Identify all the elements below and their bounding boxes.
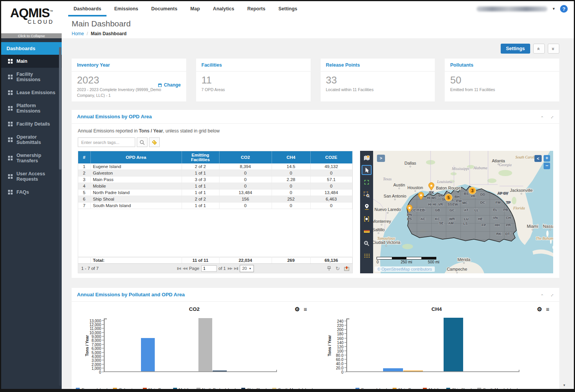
svg-text:5: 5 [447,195,450,200]
pin-grid-button[interactable] [327,266,331,271]
first-page-icon[interactable]: ▮◀ [177,266,181,270]
grid-layer-button[interactable] [362,251,372,261]
tab-dashboards[interactable]: Dashboards [67,1,108,16]
legend-item-main-pass[interactable]: Main Pass [393,387,417,389]
sidebar-item-facility-emissions[interactable]: Facility Emissions [1,68,62,86]
help-button[interactable]: ? [560,5,568,13]
basemap-button[interactable] [362,153,372,163]
next-page-icon[interactable]: ▶▶ [228,266,232,270]
map-zoom-in-button[interactable]: + [544,155,550,162]
table-row-main-pass[interactable]: 3Main Pass3 of 302.2857.1 [78,176,352,183]
locate-button[interactable] [362,202,372,212]
legend-item-south-marsh-island[interactable]: South Marsh Island [272,387,313,389]
map-search-button[interactable] [362,238,372,248]
sidebar-item-platform-emissions[interactable]: Platform Emissions [1,99,62,118]
y-tick-label: 240 [337,319,344,323]
search-input[interactable] [78,137,135,147]
bar-eugene-island[interactable] [383,368,403,371]
map-canvas[interactable]: SXHIWCVRSMSSBHEWMCBSVKDDAPGVBAGAHIHIVRSS… [373,151,553,273]
change-inventory-link[interactable]: Change [158,82,181,88]
sidebar-collapse-button[interactable]: Click to Collapse [1,33,62,38]
column-header-emitting-facilities[interactable]: Emitting Facilities [182,151,219,163]
tag-filter-button[interactable] [149,137,160,147]
bar-main-pass[interactable] [403,371,423,371]
select-area-button[interactable] [362,214,372,224]
legend-item-mobile[interactable]: Mobile [423,387,441,389]
sidebar-item-faqs[interactable]: FAQs [1,186,62,199]
page-size-select[interactable]: 20▼ [240,265,254,272]
sidebar-item-facility-details[interactable]: Facility Details [1,118,62,131]
legend-item-ship-shoal[interactable]: Ship Shoal [241,387,267,389]
legend-item-south-marsh-island[interactable]: South Marsh Island [477,387,518,389]
column-header-ch4[interactable]: CH4 [272,151,310,163]
table-row-eugene-island[interactable]: 1Eugene Island2 of 28,39414.549,132 [78,163,352,170]
refresh-grid-button[interactable]: ↻ [336,266,340,271]
bar-eugene-island[interactable] [141,338,155,371]
settings-button[interactable]: Settings [501,44,530,54]
map-attribution[interactable]: © OpenStreetMap contributors [375,266,435,272]
panel2-header: Annual Emissions by Pollutant and OPD Ar… [72,288,559,302]
tab-reports[interactable]: Reports [241,1,272,16]
bar-north-padre-island[interactable] [198,318,212,372]
box-zoom-button[interactable] [362,189,372,199]
table-row-galveston[interactable]: 2Galveston1 of 1000 [78,170,352,176]
tab-settings[interactable]: Settings [272,1,304,16]
legend-item-mobile[interactable]: Mobile [173,387,191,389]
table-header-row[interactable]: #OPD AreaEmitting FacilitiesCO2CH4CO2E [78,151,352,163]
scroll-down-icon[interactable]: ▼ [563,384,566,387]
expand-all-button[interactable]: » [548,44,559,54]
legend-item-galveston[interactable]: Galveston [113,387,137,389]
breadcrumb-home-link[interactable]: Home [72,31,84,36]
sidebar-item-ownership-transfers[interactable]: Ownership Transfers [1,149,62,167]
panel2-expand-icon[interactable]: ↔ [548,291,555,298]
page-number-input[interactable] [201,265,216,272]
map-back-button[interactable]: < [534,155,542,162]
map-cluster-marker-3[interactable]: 3 [469,187,476,194]
select-pointer-button[interactable] [362,165,372,175]
column-header-co2e[interactable]: CO2E [310,151,352,163]
legend-item-main-pass[interactable]: Main Pass [143,387,167,389]
legend-item-north-padre-island[interactable]: North Padre Island [197,387,236,389]
legend-item-ship-shoal[interactable]: Ship Shoal [446,387,472,389]
column-header-[interactable]: # [78,151,90,163]
bar-ship-shoal[interactable] [213,371,226,371]
panel2-collapse-icon[interactable]: ‹ [540,294,545,296]
measure-button[interactable] [362,226,372,236]
chart-menu-icon[interactable]: ≡ [546,306,549,313]
panel1-collapse-icon[interactable]: ‹ [540,116,545,118]
table-row-mobile[interactable]: 4Mobile1 of 1000 [78,183,352,189]
table-row-ship-shoal[interactable]: 6Ship Shoal2 of 21562526,463 [78,196,352,203]
map-panel-toggle-button[interactable]: > [377,155,385,162]
chart-settings-icon[interactable]: ⚙ [295,306,300,313]
column-header-opd-area[interactable]: OPD Area [90,151,182,163]
last-page-icon[interactable]: ▶▮ [234,266,238,270]
user-menu-blurred[interactable] [477,7,547,11]
column-header-co2[interactable]: CO2 [219,151,272,163]
bar-ship-shoal[interactable] [444,318,463,371]
map-zoom-out-button[interactable]: − [544,163,550,169]
state-label-texas: Texas [383,177,392,181]
tab-map[interactable]: Map [184,1,206,16]
sidebar-item-user-access-requests[interactable]: User Access Requests [1,167,62,186]
sidebar-item-operator-submittals[interactable]: Operator Submittals [1,131,62,149]
sidebar-item-lease-emissions[interactable]: Lease Emissions [1,86,62,99]
tab-analytics[interactable]: Analytics [206,1,241,16]
chart-settings-icon[interactable]: ⚙ [537,306,542,313]
user-menu-caret-icon[interactable]: ▼ [552,7,555,11]
fit-extent-button[interactable] [362,177,372,187]
panel1-expand-icon[interactable]: ↔ [548,113,555,120]
sidebar-scrollbar[interactable] [59,47,61,386]
tab-documents[interactable]: Documents [145,1,184,16]
table-row-north-padre-island[interactable]: 5North Padre Island1 of 113,484013,484 [78,189,352,196]
map-cluster-marker-5[interactable]: 5 [445,194,452,201]
chart-menu-icon[interactable]: ≡ [304,306,307,313]
export-grid-button[interactable] [344,266,349,271]
collapse-all-button[interactable]: « [533,44,545,54]
legend-item-eugene-island[interactable]: Eugene Island [355,387,387,389]
tab-emissions[interactable]: Emissions [108,1,145,16]
legend-item-eugene-island[interactable]: Eugene Island [76,387,107,389]
prev-page-icon[interactable]: ◀◀ [183,266,187,270]
sidebar-item-main[interactable]: Main [1,55,62,68]
search-button[interactable] [137,137,147,147]
table-row-south-marsh-island[interactable]: 7South Marsh Island1 of 1000 [78,203,352,209]
